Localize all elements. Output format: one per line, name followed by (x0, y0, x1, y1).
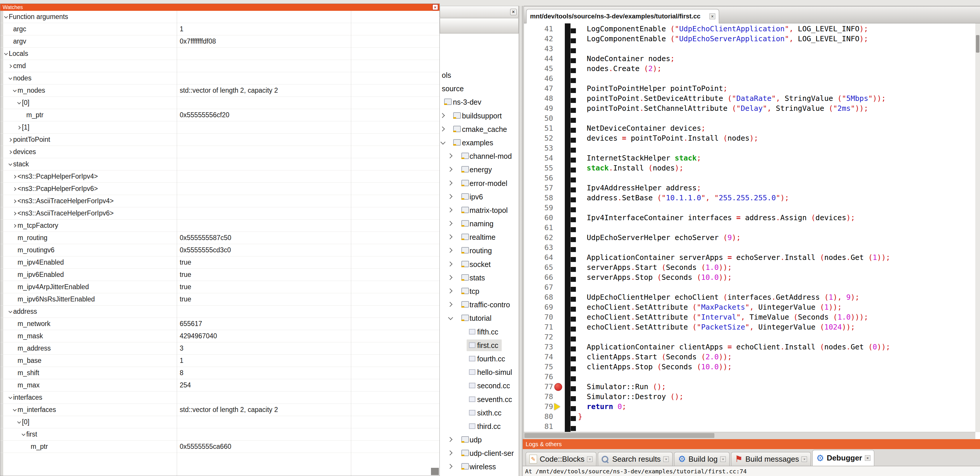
line-number[interactable]: 76 (524, 372, 553, 382)
watches-column-separator[interactable] (351, 11, 351, 476)
watch-row[interactable]: stack (0, 158, 439, 171)
line-number[interactable]: 64 (524, 252, 553, 262)
line-number[interactable]: 59 (524, 203, 553, 213)
tree-item-tutorial[interactable]: tutorial (440, 311, 519, 325)
tree-item-buildsupport[interactable]: buildsupport (440, 109, 519, 123)
line-number[interactable]: 41 (524, 24, 553, 34)
chevron-right-icon[interactable] (13, 212, 17, 215)
editor-hscrollbar-thumb[interactable] (525, 433, 714, 438)
line-number[interactable]: 63 (524, 243, 553, 252)
chevron-down-icon[interactable] (440, 140, 445, 145)
line-number[interactable]: 71 (524, 322, 553, 332)
line-number[interactable]: 61 (524, 223, 553, 233)
tree-item-energy[interactable]: energy (440, 163, 519, 176)
tree-item-udp[interactable]: udp (440, 433, 519, 446)
tree-item-second-cc[interactable]: second.cc (440, 379, 519, 392)
editor-hscrollbar[interactable] (524, 432, 975, 439)
tree-item-sixth-cc[interactable]: sixth.cc (440, 406, 519, 420)
tree-item-routing[interactable]: routing (440, 244, 519, 257)
watch-row[interactable]: m_tcpFactory (0, 220, 439, 232)
close-icon[interactable]: × (710, 13, 715, 19)
line-number[interactable]: 78 (524, 392, 553, 402)
watch-row[interactable]: m_shift8 (0, 367, 439, 379)
watch-row[interactable]: <ns3::AsciiTraceHelperForIpv4> (0, 195, 439, 207)
line-number[interactable]: 52 (524, 133, 553, 143)
close-icon[interactable]: × (865, 455, 870, 461)
watch-row[interactable]: m_interfacesstd::vector of length 2, cap… (0, 404, 439, 416)
line-number[interactable]: 62 (524, 233, 553, 243)
watch-row[interactable]: m_ipv6Enabledtrue (0, 269, 439, 281)
line-number[interactable]: 58 (524, 193, 553, 203)
chevron-right-icon[interactable] (448, 234, 453, 240)
watch-row[interactable]: m_ipv6NsRsJitterEnabledtrue (0, 293, 439, 305)
chevron-right-icon[interactable] (18, 126, 21, 129)
watch-row[interactable]: m_ipv4Enabledtrue (0, 256, 439, 269)
line-number[interactable]: 81 (524, 422, 553, 431)
editor-vscrollbar-thumb[interactable] (976, 35, 979, 53)
line-number[interactable]: 47 (524, 84, 553, 94)
line-number[interactable]: 48 (524, 94, 553, 104)
chevron-right-icon[interactable] (448, 288, 453, 294)
watch-row[interactable]: Function arguments (0, 11, 439, 23)
watches-resize-grip[interactable] (431, 468, 439, 475)
tree-item-realtime[interactable]: realtime (440, 230, 519, 244)
line-number[interactable]: 79 (524, 402, 553, 412)
watch-row[interactable]: m_ptr0x5555555ca660 (0, 441, 439, 453)
chevron-right-icon[interactable] (9, 64, 12, 68)
close-icon[interactable]: × (663, 457, 669, 462)
line-number[interactable]: 42 (524, 34, 553, 44)
line-number[interactable]: 55 (524, 163, 553, 173)
watch-row[interactable]: [1] (0, 121, 439, 134)
logs-tab-build-messages[interactable]: ⚑Build messages× (731, 452, 811, 466)
editor-vscrollbar[interactable] (975, 23, 980, 432)
line-number[interactable]: 44 (524, 54, 553, 64)
line-number[interactable]: 51 (524, 123, 553, 133)
chevron-right-icon[interactable] (448, 450, 453, 455)
line-number[interactable]: 53 (524, 143, 553, 153)
tree-item-ns-3-dev[interactable]: ns-3-dev (440, 95, 519, 109)
tree-item-tcp[interactable]: tcp (440, 284, 519, 298)
line-number[interactable]: 73 (524, 342, 553, 352)
tree-item-hello-simul[interactable]: hello-simul (440, 366, 519, 379)
watch-row[interactable]: m_network655617 (0, 318, 439, 330)
logs-tab-search-results[interactable]: Search results× (598, 452, 673, 466)
tree-item-cmake-cache[interactable]: cmake_cache (440, 123, 519, 136)
tree-item-error-model[interactable]: error-model (440, 177, 519, 190)
chevron-right-icon[interactable] (448, 221, 453, 226)
tree-item-udp-client-ser[interactable]: udp-client-ser (440, 446, 519, 460)
editor-code-area[interactable]: 41 LogComponentEnable ("UdpEchoClientApp… (524, 23, 975, 432)
chevron-down-icon[interactable] (9, 163, 12, 166)
chevron-right-icon[interactable] (448, 464, 453, 469)
chevron-right-icon[interactable] (448, 180, 453, 186)
chevron-right-icon[interactable] (13, 187, 17, 191)
line-number[interactable]: 68 (524, 292, 553, 302)
close-icon[interactable]: × (802, 457, 807, 462)
line-number[interactable]: 67 (524, 283, 553, 292)
tree-item-seventh-cc[interactable]: seventh.cc (440, 393, 519, 406)
tree-item-source[interactable]: source (440, 82, 519, 95)
tree-item-matrix-topol[interactable]: matrix-topol (440, 203, 519, 217)
chevron-right-icon[interactable] (13, 175, 17, 178)
chevron-down-icon[interactable] (18, 101, 21, 105)
chevron-down-icon[interactable] (13, 408, 17, 412)
tree-item-ols[interactable]: ols (440, 69, 519, 82)
watch-row[interactable]: first (0, 428, 439, 441)
watch-row[interactable]: argc1 (0, 23, 439, 35)
watch-row[interactable]: m_mask4294967040 (0, 330, 439, 342)
watch-row[interactable]: m_ptr0x55555556cf20 (0, 109, 439, 121)
chevron-right-icon[interactable] (448, 207, 453, 212)
logs-panel-titlebar[interactable]: Logs & others (523, 439, 980, 449)
watch-row[interactable]: m_address3 (0, 342, 439, 355)
chevron-right-icon[interactable] (440, 113, 445, 118)
line-number[interactable]: 45 (524, 64, 553, 73)
chevron-right-icon[interactable] (448, 194, 453, 199)
tree-item-ipv6[interactable]: ipv6 (440, 190, 519, 203)
close-icon[interactable]: × (720, 457, 726, 462)
chevron-down-icon[interactable] (5, 15, 8, 19)
line-number[interactable]: 54 (524, 153, 553, 163)
line-number[interactable]: 74 (524, 352, 553, 362)
chevron-right-icon[interactable] (448, 302, 453, 307)
line-number[interactable]: 49 (524, 104, 553, 113)
line-number[interactable]: 56 (524, 173, 553, 183)
logs-tab-debugger[interactable]: ⚙Debugger× (812, 450, 874, 466)
